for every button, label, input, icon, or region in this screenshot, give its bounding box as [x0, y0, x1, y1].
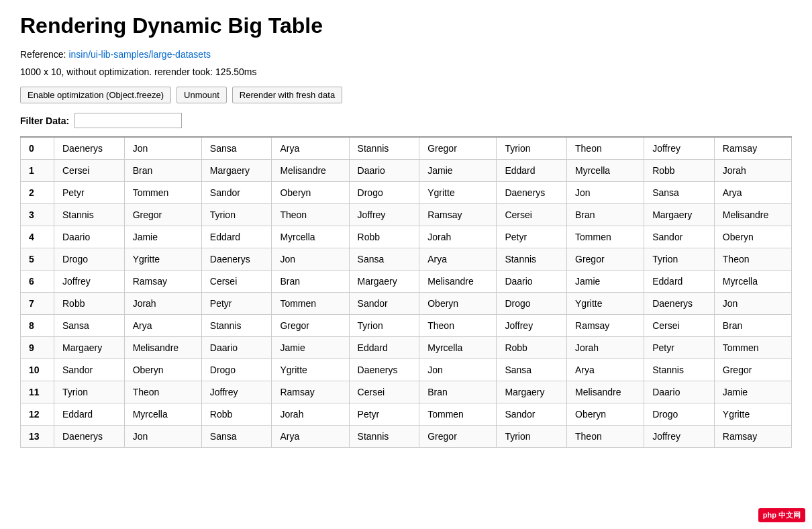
table-cell: Daario: [54, 226, 125, 248]
table-cell: Oberyn: [419, 293, 497, 315]
table-cell: Stannis: [201, 315, 272, 337]
toolbar: Enable optimization (Object.freeze) Unmo…: [20, 87, 792, 103]
table-row: 11TyrionTheonJoffreyRamsayCerseiBranMarg…: [21, 381, 792, 403]
table-cell: Joffrey: [201, 381, 272, 403]
table-cell: Stannis: [497, 248, 567, 271]
row-index: 9: [21, 337, 54, 359]
table-cell: Stannis: [644, 359, 715, 381]
reference-link[interactable]: insin/ui-lib-samples/large-datasets: [68, 49, 211, 60]
table-cell: Cersei: [644, 315, 715, 337]
table-cell: Theon: [124, 381, 201, 403]
table-cell: Ramsay: [714, 426, 791, 448]
table-cell: Margaery: [497, 381, 567, 403]
table-cell: Cersei: [54, 160, 125, 182]
table-cell: Bran: [124, 160, 201, 182]
table-cell: Margaery: [54, 337, 125, 359]
page-title: Rendering Dynamic Big Table: [20, 13, 792, 38]
unmount-button[interactable]: Unmount: [176, 87, 227, 103]
reference-line: Reference: insin/ui-lib-samples/large-da…: [20, 49, 792, 60]
table-cell: Tyrion: [497, 137, 567, 160]
table-cell: Joffrey: [644, 137, 715, 160]
table-cell: Arya: [714, 182, 791, 204]
reference-label: Reference:: [20, 49, 66, 60]
table-cell: Jorah: [272, 403, 349, 426]
table-cell: Tyrion: [644, 248, 715, 271]
table-cell: Jamie: [419, 160, 497, 182]
table-cell: Ramsay: [714, 137, 791, 160]
table-cell: Margaery: [349, 271, 419, 293]
table-cell: Tommen: [567, 226, 644, 248]
table-cell: Gregor: [714, 359, 791, 381]
table-cell: Gregor: [419, 137, 497, 160]
table-cell: Joffrey: [54, 271, 125, 293]
table-cell: Petyr: [54, 182, 125, 204]
row-index: 4: [21, 226, 54, 248]
table-cell: Eddard: [54, 403, 125, 426]
table-row: 5DrogoYgritteDaenerysJonSansaAryaStannis…: [21, 248, 792, 271]
table-cell: Myrcella: [419, 337, 497, 359]
rerender-button[interactable]: Rerender with fresh data: [232, 87, 342, 103]
table-cell: Daario: [644, 381, 715, 403]
filter-label: Filter Data:: [20, 115, 69, 126]
table-cell: Ygritte: [272, 359, 349, 381]
row-index: 13: [21, 426, 54, 448]
table-cell: Myrcella: [124, 403, 201, 426]
table-cell: Sansa: [497, 359, 567, 381]
table-cell: Ygritte: [567, 293, 644, 315]
table-cell: Stannis: [349, 137, 419, 160]
row-index: 11: [21, 381, 54, 403]
table-cell: Arya: [272, 426, 349, 448]
table-row: 9MargaeryMelisandreDaarioJamieEddardMyrc…: [21, 337, 792, 359]
table-cell: Ramsay: [419, 204, 497, 226]
table-cell: Oberyn: [567, 403, 644, 426]
table-cell: Ramsay: [567, 315, 644, 337]
table-cell: Theon: [419, 315, 497, 337]
table-cell: Ramsay: [272, 381, 349, 403]
filter-input[interactable]: [74, 113, 182, 128]
table-cell: Cersei: [349, 381, 419, 403]
table-cell: Robb: [497, 337, 567, 359]
table-cell: Ygritte: [124, 248, 201, 271]
row-index: 2: [21, 182, 54, 204]
row-index: 6: [21, 271, 54, 293]
table-row: 3StannisGregorTyrionTheonJoffreyRamsayCe…: [21, 204, 792, 226]
table-cell: Jon: [272, 248, 349, 271]
table-cell: Jon: [124, 137, 201, 160]
table-cell: Drogo: [349, 182, 419, 204]
filter-row: Filter Data:: [20, 113, 792, 128]
table-cell: Melisandre: [714, 204, 791, 226]
table-cell: Arya: [272, 137, 349, 160]
table-cell: Eddard: [644, 271, 715, 293]
table-cell: Tommen: [124, 182, 201, 204]
table-row: 4DaarioJamieEddardMyrcellaRobbJorahPetyr…: [21, 226, 792, 248]
table-cell: Joffrey: [497, 315, 567, 337]
table-cell: Robb: [644, 160, 715, 182]
table-cell: Gregor: [272, 315, 349, 337]
table-cell: Tyrion: [497, 426, 567, 448]
table-cell: Joffrey: [349, 204, 419, 226]
stats-text: 1000 x 10, without optimization. rerende…: [20, 66, 792, 77]
row-index: 5: [21, 248, 54, 271]
table-cell: Myrcella: [714, 271, 791, 293]
table-cell: Drogo: [497, 293, 567, 315]
table-cell: Eddard: [497, 160, 567, 182]
table-cell: Daenerys: [497, 182, 567, 204]
enable-optimization-button[interactable]: Enable optimization (Object.freeze): [20, 87, 171, 103]
table-cell: Gregor: [567, 248, 644, 271]
table-cell: Bran: [567, 204, 644, 226]
data-table: 0DaenerysJonSansaAryaStannisGregorTyrion…: [20, 136, 792, 448]
table-cell: Stannis: [54, 204, 125, 226]
table-cell: Melisandre: [124, 337, 201, 359]
table-cell: Jorah: [567, 337, 644, 359]
table-cell: Ygritte: [419, 182, 497, 204]
table-cell: Daenerys: [644, 293, 715, 315]
table-row: 0DaenerysJonSansaAryaStannisGregorTyrion…: [21, 137, 792, 160]
table-cell: Sansa: [349, 248, 419, 271]
table-cell: Ygritte: [714, 403, 791, 426]
table-cell: Melisandre: [419, 271, 497, 293]
table-cell: Bran: [714, 315, 791, 337]
table-row: 1CerseiBranMargaeryMelisandreDaarioJamie…: [21, 160, 792, 182]
table-cell: Melisandre: [272, 160, 349, 182]
table-cell: Daario: [497, 271, 567, 293]
table-cell: Myrcella: [272, 226, 349, 248]
